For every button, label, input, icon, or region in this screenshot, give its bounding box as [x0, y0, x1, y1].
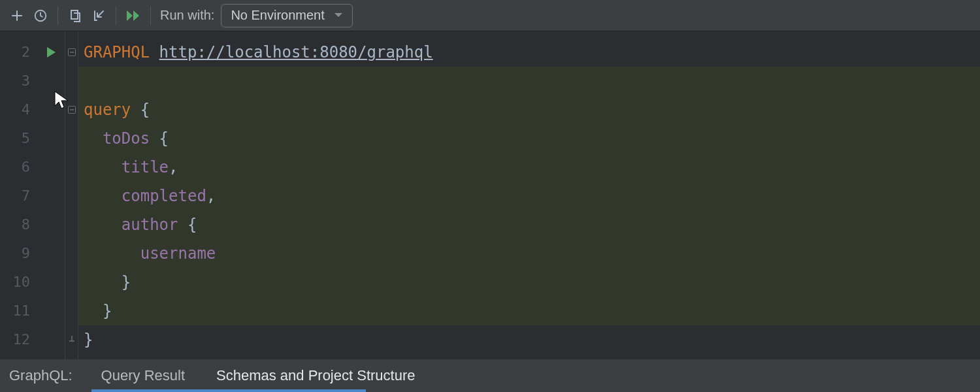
token-punc: {	[159, 129, 169, 148]
token-plain	[150, 129, 159, 148]
token-plain	[178, 216, 188, 234]
double-play-icon	[125, 8, 141, 23]
code-line[interactable]: query {	[78, 95, 980, 124]
fold-cell	[65, 297, 78, 325]
gutter-run-cell[interactable]	[37, 38, 65, 67]
line-number: 6	[0, 153, 37, 182]
panel-tab[interactable]: Query Result	[99, 359, 188, 392]
token-plain	[84, 216, 122, 234]
clock-icon	[33, 8, 48, 23]
code-line[interactable]	[78, 67, 980, 95]
fold-collapse-icon	[68, 48, 76, 56]
fold-cell	[65, 268, 78, 297]
fold-cell[interactable]	[65, 325, 78, 354]
copy-button[interactable]	[63, 4, 87, 27]
token-plain	[150, 43, 159, 61]
token-field: author	[122, 216, 178, 234]
line-number: 4	[0, 95, 37, 124]
gutter-run-cell	[37, 95, 65, 124]
code-line[interactable]: }	[78, 268, 980, 297]
fold-cell[interactable]	[65, 95, 78, 124]
token-plain	[84, 129, 103, 148]
fold-cell	[65, 182, 78, 210]
fold-cell	[65, 153, 78, 182]
token-method: GRAPHQL	[84, 43, 150, 61]
token-punc: {	[188, 216, 197, 234]
token-punc: }	[122, 273, 131, 291]
line-number: 7	[0, 182, 37, 210]
svg-rect-1	[71, 10, 78, 19]
toolbar: Run with: No Environment	[0, 0, 980, 31]
code-line[interactable]: GRAPHQL http://localhost:8080/graphql	[78, 38, 980, 67]
line-number: 11	[0, 297, 37, 325]
play-icon	[46, 46, 56, 58]
gutter-run-cell	[37, 182, 65, 210]
gutter-run-cell	[37, 153, 65, 182]
token-punc: ,	[206, 187, 216, 205]
gutter-run-cell	[37, 67, 65, 95]
fold-cell	[65, 124, 78, 153]
chevron-down-icon	[334, 12, 343, 19]
token-plain	[84, 158, 122, 176]
token-field: toDos	[103, 129, 150, 148]
gutter-run-cell	[37, 297, 65, 325]
token-plain	[131, 101, 140, 119]
code-line[interactable]: toDos {	[78, 124, 980, 153]
line-number: 10	[0, 268, 37, 297]
fold-cell[interactable]	[65, 38, 78, 67]
add-button[interactable]	[5, 4, 29, 27]
token-plain	[84, 273, 122, 291]
fold-cell	[65, 210, 78, 239]
code-line[interactable]: completed,	[78, 182, 980, 210]
code-line[interactable]: username	[78, 239, 980, 268]
token-punc: }	[103, 302, 112, 320]
panel-tab[interactable]: Schemas and Project Structure	[214, 359, 417, 392]
token-punc: ,	[169, 158, 178, 176]
code-editor[interactable]: 23456789101112 GRAPHQL http://localhost:…	[0, 31, 980, 359]
token-field: title	[122, 158, 169, 176]
plus-icon	[10, 9, 24, 22]
code-line[interactable]: title,	[78, 153, 980, 182]
gutter-run-cell	[37, 325, 65, 354]
line-number: 9	[0, 239, 37, 268]
code-line[interactable]: author {	[78, 210, 980, 239]
token-plain	[84, 302, 103, 320]
history-button[interactable]	[29, 4, 52, 27]
token-plain	[84, 187, 122, 205]
gutter-run-cell	[37, 210, 65, 239]
token-kw: query	[84, 101, 131, 119]
fold-gutter	[65, 31, 78, 359]
fold-cell	[65, 239, 78, 268]
line-number-gutter: 23456789101112	[0, 31, 37, 359]
toolbar-separator	[150, 7, 151, 25]
panel-title: GraphQL:	[9, 367, 73, 384]
run-gutter	[37, 31, 65, 359]
active-tab-underline	[91, 389, 366, 392]
copy-icon	[69, 9, 82, 22]
toolbar-separator	[116, 7, 116, 25]
line-number: 5	[0, 124, 37, 153]
toolbar-separator	[57, 7, 58, 25]
line-number: 12	[0, 325, 37, 354]
gutter-run-cell	[37, 268, 65, 297]
code-line[interactable]: }	[78, 325, 980, 354]
fold-end-icon	[68, 336, 76, 344]
token-url[interactable]: http://localhost:8080/graphql	[159, 43, 433, 61]
token-field: completed	[122, 187, 206, 205]
import-icon	[92, 9, 105, 22]
gutter-run-cell	[37, 239, 65, 268]
token-punc: }	[84, 331, 93, 349]
token-plain	[84, 244, 140, 263]
environment-value: No Environment	[231, 8, 324, 23]
import-button[interactable]	[87, 4, 110, 27]
line-number: 2	[0, 38, 37, 67]
line-number: 8	[0, 210, 37, 239]
line-number: 3	[0, 67, 37, 95]
code-area[interactable]: GRAPHQL http://localhost:8080/graphqlque…	[78, 31, 980, 359]
environment-selector[interactable]: No Environment	[221, 4, 352, 27]
run-all-button[interactable]	[122, 4, 145, 27]
code-line[interactable]: }	[78, 297, 980, 325]
run-with-label: Run with:	[160, 8, 214, 23]
fold-collapse-icon	[68, 106, 76, 114]
graphql-panel: GraphQL: Query ResultSchemas and Project…	[0, 359, 980, 392]
